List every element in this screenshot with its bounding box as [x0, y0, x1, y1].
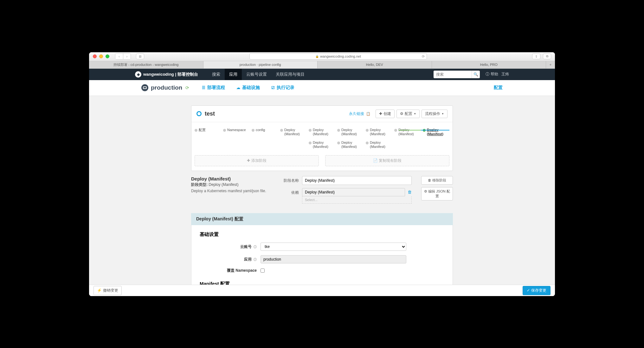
- url-field[interactable]: 🔒 wangweicoding.coding.net ⟳: [249, 53, 427, 60]
- bolt-icon: ⚡: [97, 288, 102, 293]
- help-link[interactable]: ⓘ 帮助: [486, 72, 498, 77]
- nav-item-cloud-accounts[interactable]: 云账号设置: [242, 69, 271, 80]
- lock-icon: 🔒: [315, 55, 319, 58]
- top-navbar: ◈ wangweicoding | 部署控制台 搜索 应用 云账号设置 关联应用…: [89, 69, 555, 80]
- pipeline-progress-line: [399, 130, 421, 130]
- app-name: production: [151, 84, 182, 91]
- browser-tab[interactable]: Hello, PRO: [432, 61, 546, 68]
- tab-pipelines[interactable]: ☰ 部署流程: [202, 85, 225, 91]
- app-badge-icon: [141, 84, 148, 91]
- copy-icon: 📄: [373, 158, 379, 163]
- stage-node[interactable]: Deploy (Manifest): [309, 128, 337, 136]
- stage-node[interactable]: Deploy (Manifest): [280, 128, 309, 136]
- footer-bar: ⚡撤销变更 ✓保存变更: [89, 285, 555, 296]
- brand-text: wangweicoding | 部署控制台: [143, 72, 198, 77]
- stage-name-input[interactable]: [302, 176, 412, 185]
- create-button[interactable]: ✚创建: [376, 110, 395, 118]
- brand-logo-icon: ◈: [135, 71, 141, 78]
- stage-node[interactable]: Deploy (Manifest): [337, 128, 366, 136]
- info-icon: ⓘ: [486, 72, 489, 77]
- revert-button[interactable]: ⚡撤销变更: [93, 286, 122, 295]
- dependency-select[interactable]: Select...: [302, 196, 412, 204]
- add-stage-button[interactable]: ✚ 添加阶段: [195, 155, 319, 166]
- user-menu[interactable]: 王炜: [501, 72, 509, 77]
- forward-button[interactable]: ›: [123, 54, 131, 59]
- caret-down-icon: ▼: [414, 112, 416, 115]
- mac-titlebar: ‹ › ▥ 🔒 wangweicoding.coding.net ⟳ ⇪ ⧉: [89, 52, 555, 61]
- gear-icon: ⚙: [424, 189, 428, 193]
- stage-node[interactable]: Deploy (Manifest): [394, 128, 423, 136]
- nav-item-link-apps[interactable]: 关联应用与项目: [271, 69, 309, 80]
- stage-node[interactable]: Deploy (Manifest): [337, 141, 366, 149]
- override-namespace-checkbox[interactable]: [261, 269, 265, 273]
- remove-stage-button[interactable]: 🗑 移除阶段: [421, 176, 453, 185]
- tab-executions[interactable]: ☑ 执行记录: [271, 85, 294, 91]
- tabs-button[interactable]: ⧉: [543, 54, 551, 59]
- copy-stage-button[interactable]: 📄 复制现有阶段: [325, 155, 449, 166]
- refresh-icon[interactable]: ⟳: [185, 85, 189, 90]
- basic-settings-title: 基础设置: [200, 231, 444, 237]
- stage-detail: Deploy (Manifest) 阶段类型: Deploy (Manifest…: [191, 176, 453, 207]
- dependencies-label: 依赖: [280, 188, 299, 195]
- save-button[interactable]: ✓保存变更: [523, 286, 551, 295]
- cloud-account-label: 云账号 ⓘ: [200, 244, 257, 250]
- url-text: wangweicoding.coding.net: [320, 54, 361, 58]
- trash-icon: 🗑: [428, 178, 432, 182]
- stage-title: Deploy (Manifest): [191, 176, 270, 181]
- stage-description: Deploy a Kubernetes manifest yaml/json f…: [191, 189, 270, 193]
- config-section-header: Deploy (Manifest) 配置: [191, 213, 453, 225]
- gear-icon: ⚙: [400, 111, 403, 116]
- stage-node[interactable]: Deploy (Manifest): [366, 128, 394, 136]
- reload-icon[interactable]: ⟳: [422, 54, 425, 59]
- cloud-account-select[interactable]: tke: [261, 243, 406, 251]
- info-icon: ⓘ: [253, 258, 257, 261]
- remove-dependency-button[interactable]: 🗑: [408, 188, 412, 196]
- actions-dropdown-button[interactable]: 流程操作▼: [422, 110, 448, 118]
- override-namespace-label: 覆盖 Namespace: [200, 268, 257, 273]
- nav-item-search[interactable]: 搜索: [208, 69, 225, 80]
- browser-tab[interactable]: 持续部署 - cd-production - wangweicoding: [89, 61, 203, 68]
- window-close-button[interactable]: [93, 54, 97, 58]
- search-icon: 🔍: [473, 72, 478, 77]
- tab-infrastructure[interactable]: ☁ 基础设施: [236, 85, 260, 91]
- search-button[interactable]: 🔍: [472, 71, 480, 78]
- secondary-nav: production ⟳ ☰ 部署流程 ☁ 基础设施 ☑ 执行记录: [89, 80, 555, 96]
- stage-node[interactable]: Namespace: [223, 128, 252, 132]
- config-card: 基础设置 云账号 ⓘ tke 应用 ⓘ 覆盖 Namespace: [191, 225, 453, 284]
- nav-item-app[interactable]: 应用: [225, 69, 242, 80]
- pipeline-graph: 配置 Namespace config Deploy (Manifest) De…: [191, 122, 453, 152]
- stage-node[interactable]: Deploy (Manifest): [366, 141, 394, 149]
- plus-icon: ✚: [379, 111, 382, 116]
- config-link[interactable]: 配置: [494, 85, 503, 91]
- window-minimize-button[interactable]: [99, 54, 103, 58]
- pipeline-progress-line: [421, 130, 449, 130]
- share-button[interactable]: ⇪: [532, 54, 540, 59]
- back-button[interactable]: ‹: [115, 54, 123, 59]
- permalink-link[interactable]: 永久链接: [349, 111, 364, 117]
- list-icon: ☰: [202, 85, 205, 90]
- brand[interactable]: ◈ wangweicoding | 部署控制台: [135, 71, 198, 78]
- stage-name-label: 阶段名称: [280, 176, 299, 183]
- pipeline-card: test 永久链接 📋 ✚创建 ⚙配置▼ 流程操作▼ 配置 Namespace: [191, 105, 453, 171]
- trash-icon: 🗑: [408, 190, 412, 194]
- stage-node-selected[interactable]: Deploy (Manifest): [423, 128, 451, 136]
- browser-tab[interactable]: production · pipeline config: [203, 61, 318, 68]
- pipeline-status-icon: [196, 111, 202, 116]
- manifest-config-title: Manifest 配置: [200, 281, 444, 284]
- sidebar-toggle-button[interactable]: ▥: [136, 54, 144, 59]
- pipeline-name: test: [205, 111, 349, 117]
- caret-down-icon: ▼: [441, 112, 444, 115]
- browser-tab[interactable]: Hello, DEV: [318, 61, 432, 68]
- stage-node[interactable]: 配置: [195, 128, 223, 132]
- window-maximize-button[interactable]: [106, 54, 109, 58]
- stage-node[interactable]: config: [252, 128, 280, 132]
- browser-tab-row: 持续部署 - cd-production - wangweicoding pro…: [89, 61, 555, 69]
- edit-json-button[interactable]: ⚙ 编辑 JSON 配置: [421, 187, 453, 200]
- dependency-tag[interactable]: Deploy (Manifest): [302, 188, 405, 196]
- copy-icon[interactable]: 📋: [366, 112, 370, 116]
- config-dropdown-button[interactable]: ⚙配置▼: [396, 110, 420, 118]
- stage-node[interactable]: Deploy (Manifest): [309, 141, 337, 149]
- cloud-icon: ☁: [236, 85, 240, 90]
- search-input[interactable]: [434, 71, 472, 78]
- new-tab-button[interactable]: +: [546, 61, 555, 68]
